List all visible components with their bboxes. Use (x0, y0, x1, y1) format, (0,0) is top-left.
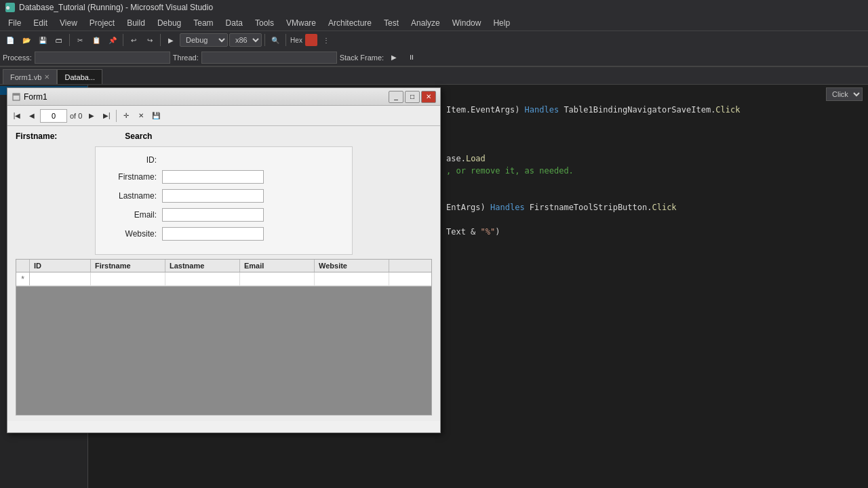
tb-save[interactable]: 💾 (35, 33, 50, 47)
main-area: ▼ FirstnameToolS... ▼Public Class ▼Priva… (0, 85, 868, 488)
form1-maximize-btn[interactable]: □ (405, 91, 420, 103)
id-row: ID: (109, 155, 338, 165)
form-content: Firstname: Search ID: Firstname: (7, 126, 440, 421)
code-text-5: ase.Load (446, 154, 486, 163)
menu-tools[interactable]: Tools (250, 17, 279, 29)
grid-header: ID Firstname Lastname Email Website (16, 260, 431, 272)
tb-new[interactable]: 📄 (3, 33, 18, 47)
code-line-10 (446, 214, 863, 226)
code-line-5: ase.Load (446, 152, 863, 165)
platform-dropdown[interactable]: x86 x64 (229, 33, 262, 47)
sep2 (123, 34, 123, 46)
tab-form1vb[interactable]: Form1.vb ✕ (3, 69, 57, 84)
nav-add-btn[interactable]: ✛ (119, 108, 133, 123)
code-line-9: EntArgs) Handles FirstnameToolStripButto… (446, 201, 863, 214)
menu-vmware[interactable]: VMware (281, 17, 321, 29)
menu-project[interactable]: Project (84, 17, 120, 29)
window-title: Database_Tutorial (Running) - Microsoft … (19, 3, 213, 12)
menu-file[interactable]: File (3, 17, 26, 29)
menu-window[interactable]: Window (447, 17, 487, 29)
grid-new-row[interactable]: * (16, 272, 431, 286)
nav-prev-btn[interactable]: ◀ (25, 108, 39, 123)
menu-bar: File Edit View Project Build Debug Team … (0, 15, 868, 31)
email-row: Email: (109, 208, 338, 222)
lastname-row: Lastname: (109, 189, 338, 203)
firstname-label: Firstname: (109, 172, 157, 182)
form1-close-btn[interactable]: ✕ (421, 91, 436, 103)
code-member-dropdown[interactable]: Click (826, 87, 863, 101)
toolbar-1: 📄 📂 💾 🗃 ✂ 📋 📌 ↩ ↪ ▶ Debug Release x86 x6… (0, 31, 868, 49)
tb-open[interactable]: 📂 (19, 33, 34, 47)
tb-saveall[interactable]: 🗃 (52, 33, 66, 47)
cell-id-new[interactable] (30, 272, 91, 285)
col-email: Email (240, 260, 315, 272)
nav-first-btn[interactable]: |◀ (10, 108, 24, 123)
tb-redo[interactable]: ↪ (142, 33, 157, 47)
menu-test[interactable]: Test (378, 17, 404, 29)
cell-firstname-new[interactable] (91, 272, 165, 285)
form-header: Firstname: Search (16, 131, 432, 141)
tb-play-debug[interactable]: ▶ (387, 51, 401, 64)
tab-row: Form1.vb ✕ Databa... (0, 67, 868, 85)
tb-start[interactable]: ▶ (163, 33, 178, 47)
form1-title: Form1 (24, 92, 386, 102)
process-label: Process: (3, 54, 32, 62)
form1-window: Form1 _ □ ✕ |◀ ◀ of 0 ▶ ▶| ✛ ✕ 💾 Firstna… (7, 87, 441, 433)
code-text-6: , or remove it, as needed. (446, 166, 574, 176)
thread-input[interactable] (201, 52, 337, 64)
menu-build[interactable]: Build (121, 17, 151, 29)
debug-toolbar: Process: Thread: Stack Frame: ▶ ⏸ (0, 49, 868, 66)
stack-frame-label: Stack Frame: (340, 54, 384, 62)
tb-pause-debug[interactable]: ⏸ (404, 51, 419, 64)
cell-lastname-new[interactable] (165, 272, 240, 285)
lastname-input[interactable] (162, 189, 264, 203)
cell-email-new[interactable] (240, 272, 315, 285)
firstname-input[interactable] (162, 170, 264, 184)
menu-edit[interactable]: Edit (28, 17, 53, 29)
menu-data[interactable]: Data (220, 17, 248, 29)
tab-form1vb-close[interactable]: ✕ (44, 73, 50, 81)
col-id: ID (30, 260, 91, 272)
nav-position-input[interactable] (40, 109, 67, 123)
menu-analyze[interactable]: Analyze (406, 17, 446, 29)
process-input[interactable] (35, 52, 170, 64)
tb-search[interactable]: 🔍 (268, 33, 283, 47)
data-grid[interactable]: ID Firstname Lastname Email Website * (16, 259, 432, 287)
nav-next-btn[interactable]: ▶ (85, 108, 98, 123)
menu-debug[interactable]: Debug (152, 17, 186, 29)
nav-delete-btn[interactable]: ✕ (134, 108, 148, 123)
tab-database[interactable]: Databa... (57, 69, 102, 84)
sep3 (160, 34, 161, 46)
code-line-6: , or remove it, as needed. (446, 165, 863, 177)
search-header-label: Search (125, 131, 152, 141)
menu-architecture[interactable]: Architecture (323, 17, 377, 29)
tb-copy[interactable]: 📋 (89, 33, 104, 47)
nav-last-btn[interactable]: ▶| (100, 108, 113, 123)
code-text-11: Text & "%") (446, 227, 500, 237)
form1-window-controls: _ □ ✕ (389, 91, 436, 103)
tb-cut[interactable]: ✂ (73, 33, 87, 47)
tb-undo[interactable]: ↩ (126, 33, 141, 47)
cell-website-new[interactable] (315, 272, 389, 285)
tb-paste[interactable]: 📌 (105, 33, 120, 47)
tb-hex[interactable]: Hex (289, 33, 304, 47)
tb-color[interactable] (305, 34, 317, 46)
code-line-3 (446, 128, 863, 140)
col-firstname: Firstname (91, 260, 165, 272)
svg-rect-1 (13, 94, 20, 96)
menu-team[interactable]: Team (188, 17, 218, 29)
form1-minimize-btn[interactable]: _ (389, 91, 403, 103)
vs-icon: ● (5, 3, 15, 12)
tb-more[interactable]: ⋮ (319, 33, 334, 47)
website-input[interactable] (162, 227, 264, 241)
fields-container: ID: Firstname: Lastname: E (16, 146, 432, 255)
menu-view[interactable]: View (54, 17, 83, 29)
email-label: Email: (109, 210, 157, 220)
grid-body-area (16, 287, 432, 415)
debug-config-dropdown[interactable]: Debug Release (180, 33, 228, 47)
menu-help[interactable]: Help (488, 17, 515, 29)
nav-save-btn[interactable]: 💾 (149, 108, 163, 123)
code-text-1: Item.EventArgs) Handles Table1BindingNav… (446, 105, 740, 115)
email-input[interactable] (162, 208, 264, 222)
col-lastname: Lastname (165, 260, 240, 272)
